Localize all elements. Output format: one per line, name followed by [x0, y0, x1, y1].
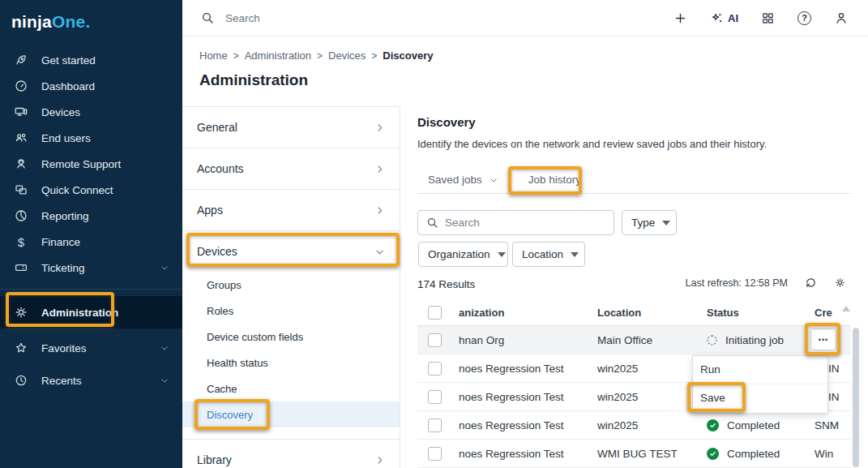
row-checkbox[interactable]: [428, 333, 442, 347]
admin-nav-label: Devices: [197, 245, 237, 258]
topbar: AI ?: [182, 0, 868, 36]
cell-location: Main Office: [597, 334, 707, 346]
column-header-location[interactable]: Location: [597, 307, 707, 319]
type-filter-dropdown[interactable]: Type: [622, 210, 677, 235]
menu-item-run[interactable]: Run: [693, 356, 827, 384]
sidebar-item-ticketing[interactable]: Ticketing: [0, 255, 182, 281]
sidebar-item-end-users[interactable]: End users: [0, 125, 182, 151]
admin-nav-sub-label: Groups: [207, 279, 242, 291]
breadcrumb: Home > Administration > Devices > Discov…: [199, 49, 434, 62]
jobs-search-input[interactable]: [445, 217, 605, 229]
row-checkbox[interactable]: [428, 419, 442, 432]
topbar-icons: AI ?: [673, 0, 849, 36]
add-button[interactable]: [673, 11, 687, 25]
ninjaone-logo[interactable]: ninjaOne.: [11, 12, 91, 32]
table-row[interactable]: noes Regression Test WMI BUG TEST Comple…: [417, 440, 851, 468]
quick-connect-icon: [13, 182, 29, 197]
table-settings-gear-icon[interactable]: [834, 277, 846, 289]
sidebar-item-devices[interactable]: Devices: [0, 99, 182, 125]
admin-nav-label: Library: [197, 453, 232, 466]
select-all-checkbox[interactable]: [428, 306, 442, 320]
global-search[interactable]: [201, 0, 404, 36]
cell-status: Completed: [707, 419, 815, 432]
sidebar-item-get-started[interactable]: Get started: [0, 47, 182, 73]
admin-nav-groups[interactable]: Groups: [182, 272, 400, 298]
discovery-tabs: Saved jobs Job history: [417, 166, 851, 194]
spinner-icon: [707, 335, 717, 346]
breadcrumb-devices[interactable]: Devices: [328, 49, 366, 62]
discovery-panel: Discovery Identify the devices on the ne…: [400, 106, 868, 468]
jobs-search[interactable]: [417, 210, 614, 235]
sidebar-item-administration[interactable]: Administration: [0, 296, 182, 328]
sidebar-item-dashboard[interactable]: Dashboard: [0, 73, 182, 99]
admin-nav-devices[interactable]: Devices: [182, 230, 400, 272]
favorites-icon: [13, 341, 29, 355]
sidebar-item-reporting[interactable]: Reporting: [0, 203, 182, 229]
sidebar-item-quick-connect[interactable]: Quick Connect: [0, 177, 182, 203]
help-button[interactable]: ?: [797, 11, 811, 25]
refresh-icon[interactable]: [805, 277, 817, 289]
search-icon: [426, 217, 438, 229]
column-header-organization[interactable]: anization: [459, 307, 597, 319]
cell-location: WMI BUG TEST: [597, 448, 707, 460]
location-filter-dropdown[interactable]: Location: [512, 242, 585, 267]
sidebar-item-favorites[interactable]: Favorites: [0, 335, 182, 361]
sidebar-item-remote-support[interactable]: Remote Support: [0, 151, 182, 177]
row-actions-button[interactable]: •••: [810, 328, 836, 350]
tab-job-history[interactable]: Job history: [528, 174, 581, 186]
table-row[interactable]: noes Regression Test win2025 Completed S…: [417, 411, 851, 440]
row-checkbox[interactable]: [428, 447, 442, 461]
tab-saved-jobs[interactable]: Saved jobs: [417, 174, 498, 186]
cell-location: win2025: [597, 363, 707, 375]
admin-nav-label: Apps: [197, 204, 223, 217]
created-text: IN: [828, 363, 840, 375]
profile-button[interactable]: [834, 11, 849, 25]
chevron-right-icon: [374, 164, 385, 174]
sidebar-item-recents[interactable]: Recents: [0, 367, 182, 393]
sidebar-divider: [0, 289, 182, 290]
global-search-input[interactable]: [225, 12, 404, 24]
breadcrumb-separator: >: [371, 50, 377, 62]
dropdown-label: Location: [522, 248, 563, 260]
admin-nav-discovery[interactable]: Discovery: [182, 401, 400, 427]
sidebar-item-label: Recents: [41, 375, 82, 387]
tab-label: Job history: [528, 174, 581, 186]
vertical-scrollbar[interactable]: [853, 328, 859, 467]
sidebar-item-label: Reporting: [41, 210, 89, 222]
admin-nav-cache[interactable]: Cache: [182, 376, 400, 401]
discovery-description: Identify the devices on the network and …: [417, 138, 767, 150]
table-row[interactable]: hnan Org Main Office Initiating job: [417, 326, 851, 354]
row-context-menu: Run Save: [692, 355, 828, 414]
admin-nav-device-custom-fields[interactable]: Device custom fields: [182, 324, 400, 350]
ticketing-icon: [13, 260, 29, 275]
admin-nav-general[interactable]: General: [182, 106, 400, 148]
cell-created: Win: [815, 448, 851, 460]
breadcrumb-separator: >: [317, 50, 323, 62]
row-checkbox[interactable]: [428, 390, 442, 404]
ai-label: AI: [728, 12, 738, 24]
breadcrumb-administration[interactable]: Administration: [245, 49, 311, 62]
organization-filter-dropdown[interactable]: Organization: [418, 242, 508, 267]
results-count: 174 Results: [417, 278, 475, 290]
logo-secondary: One.: [52, 12, 90, 31]
admin-nav-roles[interactable]: Roles: [182, 298, 400, 324]
admin-nav-apps[interactable]: Apps: [182, 189, 400, 230]
admin-nav-health-status[interactable]: Health status: [182, 350, 400, 376]
app-grid-button[interactable]: [761, 11, 775, 25]
cell-organization: noes Regression Test: [459, 448, 597, 460]
sidebar-item-label: End users: [41, 132, 91, 144]
chevron-right-icon: [374, 205, 385, 216]
admin-nav-label: General: [197, 121, 237, 134]
success-check-icon: [707, 448, 719, 460]
sort-asc-icon[interactable]: [842, 306, 850, 311]
sidebar-item-finance[interactable]: $ Finance: [0, 229, 182, 255]
chevron-right-icon: [374, 455, 385, 466]
row-checkbox[interactable]: [428, 362, 442, 376]
menu-item-save[interactable]: Save: [693, 384, 827, 413]
ai-assistant-button[interactable]: AI: [710, 11, 738, 25]
sidebar-item-label: Ticketing: [41, 262, 85, 274]
admin-nav-library[interactable]: Library: [182, 439, 400, 468]
admin-nav-accounts[interactable]: Accounts: [182, 148, 400, 189]
breadcrumb-home[interactable]: Home: [199, 49, 228, 62]
column-header-status[interactable]: Status: [707, 307, 815, 319]
